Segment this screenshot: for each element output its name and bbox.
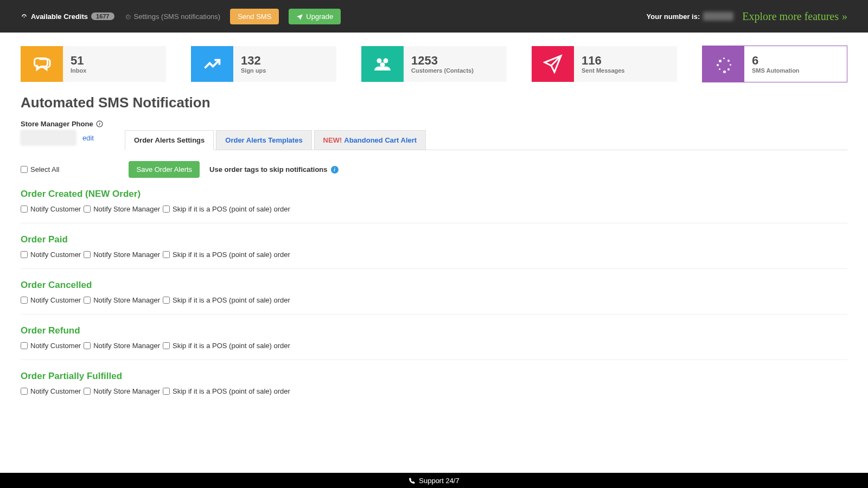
page-title: Automated SMS Notification (21, 94, 847, 111)
section-checks: Notify Customer Notify Store Manager Ski… (21, 342, 847, 350)
chevron-right-icon: » (842, 10, 847, 23)
your-number-value (703, 12, 733, 21)
action-row: Select All Save Order Alerts Use order t… (21, 161, 847, 178)
section-title: Order Partially Fulfilled (21, 371, 847, 382)
upgrade-button[interactable]: Upgrade (289, 9, 341, 24)
settings-label: Settings (SMS notifications) (134, 12, 221, 21)
stat-value: 116 (582, 54, 677, 67)
skip-pos-checkbox[interactable]: Skip if it is a POS (point of sale) orde… (163, 205, 290, 213)
stat-value: 51 (71, 54, 166, 67)
section-checks: Notify Customer Notify Store Manager Ski… (21, 251, 847, 259)
manager-phone-label: Store Manager Phone i (21, 120, 847, 128)
notify-customer-checkbox[interactable]: Notify Customer (21, 251, 81, 259)
info-icon[interactable]: i (331, 166, 339, 174)
section-order-partially-fulfilled: Order Partially Fulfilled Notify Custome… (21, 371, 847, 405)
stat-label: Sign ups (241, 67, 336, 74)
credits-badge: 1677 (91, 12, 114, 20)
tabs: Order Alerts SettingsOrder Alerts Templa… (125, 130, 847, 150)
stat-card-sign-ups[interactable]: 132 Sign ups (191, 46, 336, 82)
svg-point-0 (377, 59, 382, 63)
tab-abandoned-cart-alert[interactable]: NEW! Abandoned Cart Alert (314, 130, 426, 150)
tab-order-alerts-settings[interactable]: Order Alerts Settings (125, 130, 214, 150)
stat-label: Sent Messages (582, 67, 677, 74)
stat-label: Inbox (71, 67, 166, 74)
topbar: Available Credits 1677 Settings (SMS not… (0, 0, 868, 33)
dashboard-icon (21, 13, 28, 20)
topbar-right: Your number is: Explore more features » (647, 10, 847, 23)
plane-icon (532, 46, 574, 82)
notify-customer-checkbox[interactable]: Notify Customer (21, 387, 81, 395)
skip-pos-checkbox[interactable]: Skip if it is a POS (point of sale) orde… (163, 342, 290, 350)
settings-link[interactable]: Settings (SMS notifications) (124, 12, 221, 21)
stat-card-sent-messages[interactable]: 116 Sent Messages (532, 46, 677, 82)
edit-phone-link[interactable]: edit (82, 134, 94, 142)
stat-value: 1253 (411, 54, 507, 67)
svg-text:i: i (99, 121, 100, 126)
svg-point-1 (384, 59, 388, 63)
notify-customer-checkbox[interactable]: Notify Customer (21, 296, 81, 304)
your-number-label: Your number is: (647, 12, 700, 21)
tab-order-alerts-templates[interactable]: Order Alerts Templates (216, 130, 311, 150)
your-number: Your number is: (647, 12, 734, 21)
plane-icon (296, 13, 303, 20)
credits-label: Available Credits (31, 12, 88, 21)
topbar-left: Available Credits 1677 Settings (SMS not… (21, 9, 341, 24)
select-all-input[interactable] (21, 166, 28, 173)
section-order-created-new-order-: Order Created (NEW Order) Notify Custome… (21, 189, 847, 223)
stat-card-inbox[interactable]: 51 Inbox (21, 46, 166, 82)
explore-label: Explore more features (742, 10, 839, 23)
section-title: Order Cancelled (21, 280, 847, 291)
skip-pos-checkbox[interactable]: Skip if it is a POS (point of sale) orde… (163, 251, 290, 259)
stat-card-sms-automation[interactable]: 6 SMS Automation (702, 46, 847, 82)
explore-features-link[interactable]: Explore more features » (742, 10, 847, 23)
send-sms-button[interactable]: Send SMS (230, 9, 279, 24)
notify-manager-checkbox[interactable]: Notify Store Manager (84, 296, 160, 304)
svg-point-2 (380, 62, 385, 67)
section-order-refund: Order Refund Notify Customer Notify Stor… (21, 325, 847, 360)
stat-body: 51 Inbox (63, 46, 166, 82)
stat-label: Customers (Contacts) (411, 67, 507, 74)
notify-customer-checkbox[interactable]: Notify Customer (21, 205, 81, 213)
stat-label: SMS Automation (752, 67, 847, 74)
section-order-cancelled: Order Cancelled Notify Customer Notify S… (21, 280, 847, 314)
section-title: Order Created (NEW Order) (21, 189, 847, 200)
info-icon[interactable]: i (96, 120, 103, 127)
section-title: Order Refund (21, 325, 847, 336)
notify-manager-checkbox[interactable]: Notify Store Manager (84, 251, 160, 259)
stat-body: 6 SMS Automation (744, 46, 847, 82)
tab-label: Abandoned Cart Alert (344, 136, 417, 144)
select-all-checkbox[interactable]: Select All (21, 165, 59, 174)
notify-manager-checkbox[interactable]: Notify Store Manager (84, 205, 160, 213)
available-credits[interactable]: Available Credits 1677 (21, 12, 114, 21)
tab-new-badge: NEW! (323, 136, 342, 144)
section-checks: Notify Customer Notify Store Manager Ski… (21, 387, 847, 395)
stats-row: 51 Inbox 132 Sign ups 1253 Customers (Co… (21, 46, 847, 82)
stat-body: 116 Sent Messages (574, 46, 677, 82)
skip-tags-hint: Use order tags to skip notifications i (209, 165, 338, 174)
stat-body: 1253 Customers (Contacts) (404, 46, 507, 82)
gear-icon (124, 13, 131, 20)
section-title: Order Paid (21, 234, 847, 245)
section-order-paid: Order Paid Notify Customer Notify Store … (21, 234, 847, 269)
skip-pos-checkbox[interactable]: Skip if it is a POS (point of sale) orde… (163, 296, 290, 304)
users-icon (361, 46, 404, 82)
stat-value: 6 (752, 54, 847, 67)
stat-card-customers-contacts-[interactable]: 1253 Customers (Contacts) (361, 46, 507, 82)
notify-customer-checkbox[interactable]: Notify Customer (21, 342, 81, 350)
stat-body: 132 Sign ups (233, 46, 336, 82)
section-checks: Notify Customer Notify Store Manager Ski… (21, 205, 847, 213)
stat-value: 132 (241, 54, 336, 67)
notify-manager-checkbox[interactable]: Notify Store Manager (84, 342, 160, 350)
skip-pos-checkbox[interactable]: Skip if it is a POS (point of sale) orde… (163, 387, 290, 395)
upgrade-label: Upgrade (306, 12, 333, 21)
tab-label: Order Alerts Templates (225, 136, 302, 144)
section-checks: Notify Customer Notify Store Manager Ski… (21, 296, 847, 304)
loader-icon (702, 46, 744, 82)
manager-phone-field[interactable] (21, 130, 76, 145)
chat-icon (21, 46, 63, 82)
tab-label: Order Alerts Settings (134, 136, 205, 144)
save-order-alerts-button[interactable]: Save Order Alerts (129, 161, 200, 178)
chart-icon (191, 46, 233, 82)
notify-manager-checkbox[interactable]: Notify Store Manager (84, 387, 160, 395)
